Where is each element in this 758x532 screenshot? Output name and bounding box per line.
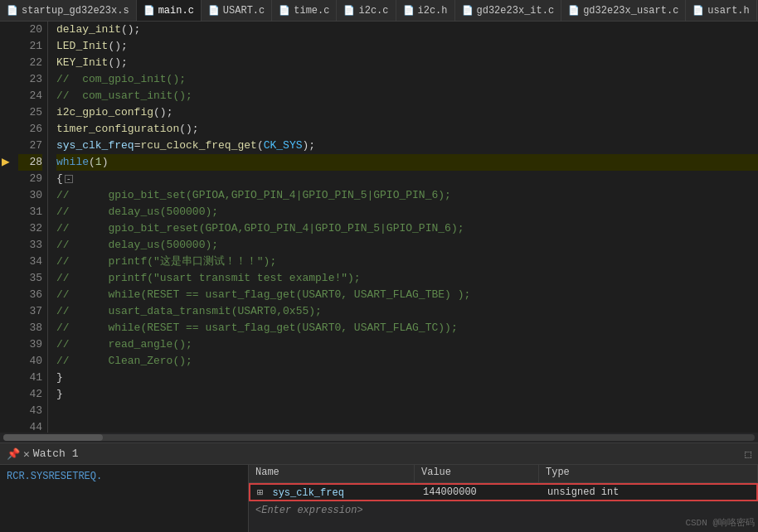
file-icon-i2ch: 📄 xyxy=(403,5,415,16)
code-line-22: KEY_Init(); xyxy=(56,55,758,71)
panel-title: Watch 1 xyxy=(33,447,741,460)
code-line-38: // while(RESET == usart_flag_get(USART0,… xyxy=(56,320,758,336)
code-line-40: // Clean_Zero(); xyxy=(56,353,758,370)
watch-var-name: sys_clk_freq xyxy=(266,487,344,499)
code-line-37: // usart_data_transmit(USART0,0x55); xyxy=(56,303,758,320)
tab-bar: 📄 startup_gd32e23x.s 📄 main.c 📄 USART.c … xyxy=(0,0,758,22)
code-line-23: // com_gpio_init(); xyxy=(56,71,758,88)
code-line-28: while (1) xyxy=(56,154,758,171)
tab-gd32-usart[interactable]: 📄 gd32e23x_usart.c xyxy=(561,0,686,21)
watch-col-type: Type xyxy=(539,465,758,482)
tab-usart-h[interactable]: 📄 usart.h xyxy=(686,0,756,21)
code-line-30: // gpio_bit_set(GPIOA,GPIO_PIN_4|GPIO_PI… xyxy=(56,187,758,204)
line-numbers: 20 21 22 23 24 25 26 27 28 29 30 31 32 3… xyxy=(18,22,48,433)
watch-panel: Name Value Type ⊞ sys_clk_freq 144000000… xyxy=(249,465,758,532)
code-line-42: } xyxy=(56,386,758,403)
editor-area: ▶ 20 21 22 23 24 25 26 27 28 29 30 31 32… xyxy=(0,22,758,433)
code-line-20: delay_init(); xyxy=(56,22,758,38)
code-line-27: sys_clk_freq = rcu_clock_freq_get(CK_SYS… xyxy=(56,138,758,154)
code-line-26: timer_configuration(); xyxy=(56,121,758,138)
code-line-31: // delay_us(500000); xyxy=(56,204,758,220)
watch-expand-icon: ⊞ xyxy=(257,487,263,499)
panel-close-button[interactable]: ✕ xyxy=(23,447,30,461)
file-icon-i2cc: 📄 xyxy=(343,5,355,16)
panel-header: 📌 ✕ Watch 1 ⬚ xyxy=(0,443,758,465)
panel-pin-icon[interactable]: 📌 xyxy=(7,447,20,461)
watch-col-value: Value xyxy=(415,465,539,482)
tab-gd32-it[interactable]: 📄 gd32e23x_it.c xyxy=(455,0,562,21)
tab-startup[interactable]: 📄 startup_gd32e23x.s xyxy=(0,0,137,21)
bottom-panel: 📌 ✕ Watch 1 ⬚ RCR.SYSRESETREQ. Name Valu… xyxy=(0,443,758,532)
code-line-29: {- xyxy=(56,171,758,187)
editor-gutter: ▶ xyxy=(0,22,18,433)
tab-main[interactable]: 📄 main.c xyxy=(137,0,202,21)
watch-enter-row[interactable]: <Enter expression> xyxy=(249,501,758,520)
code-line-41: } xyxy=(56,370,758,386)
tab-i2c-c[interactable]: 📄 i2c.c xyxy=(337,0,396,21)
watch-cell-value-sys-clk: 144000000 xyxy=(416,485,541,500)
panel-expand-icon[interactable]: ⬚ xyxy=(745,447,751,461)
code-line-35: // printf("usart transmit test example!"… xyxy=(56,270,758,287)
watch-table-header: Name Value Type xyxy=(249,465,758,483)
fold-button-29[interactable]: - xyxy=(65,175,73,183)
file-icon-gd32it: 📄 xyxy=(462,5,474,16)
watch-cell-name-sys-clk: ⊞ sys_clk_freq xyxy=(250,485,416,501)
tab-time[interactable]: 📄 time.c xyxy=(272,0,337,21)
code-line-32: // gpio_bit_reset(GPIOA,GPIO_PIN_4|GPIO_… xyxy=(56,220,758,237)
scrollbar-thumb[interactable] xyxy=(3,434,103,441)
watch-col-name: Name xyxy=(249,465,415,482)
scrollbar-track[interactable] xyxy=(3,434,755,441)
file-icon-usarth: 📄 xyxy=(692,5,704,16)
code-content[interactable]: delay_init(); LED_Init(); KEY_Init(); //… xyxy=(48,22,758,433)
bottom-content: RCR.SYSRESETREQ. Name Value Type ⊞ sys_c… xyxy=(0,465,758,532)
tab-i2c-h[interactable]: 📄 i2c.h xyxy=(396,0,455,21)
code-line-33: // delay_us(500000); xyxy=(56,237,758,254)
code-line-21: LED_Init(); xyxy=(56,38,758,55)
file-icon-startup: 📄 xyxy=(7,5,18,16)
file-icon-gd32usart: 📄 xyxy=(568,5,580,16)
watch-row-sys-clk[interactable]: ⊞ sys_clk_freq 144000000 unsigned int xyxy=(249,483,758,501)
code-line-39: // read_angle(); xyxy=(56,336,758,353)
watch-sidebar: RCR.SYSRESETREQ. xyxy=(0,465,249,532)
watch-enter-cell[interactable]: <Enter expression> xyxy=(249,503,370,518)
watch-cell-type-sys-clk: unsigned int xyxy=(541,485,756,500)
code-line-34: // printf("这是串口测试！！！"); xyxy=(56,254,758,270)
code-line-36: // while(RESET == usart_flag_get(USART0,… xyxy=(56,287,758,303)
horizontal-scrollbar[interactable] xyxy=(0,433,758,443)
watermark: CSDN @响咯密码 xyxy=(685,516,755,529)
tab-usart[interactable]: 📄 USART.c xyxy=(202,0,272,21)
watch-sidebar-text: RCR.SYSRESETREQ. xyxy=(0,465,248,488)
file-icon-time: 📄 xyxy=(279,5,290,16)
breakpoint-arrow: ▶ xyxy=(2,154,10,171)
file-icon-usart: 📄 xyxy=(208,5,220,16)
code-line-25: i2c_gpio_config(); xyxy=(56,104,758,121)
code-line-24: // com_usart_init(); xyxy=(56,88,758,104)
file-icon-main: 📄 xyxy=(143,5,155,16)
